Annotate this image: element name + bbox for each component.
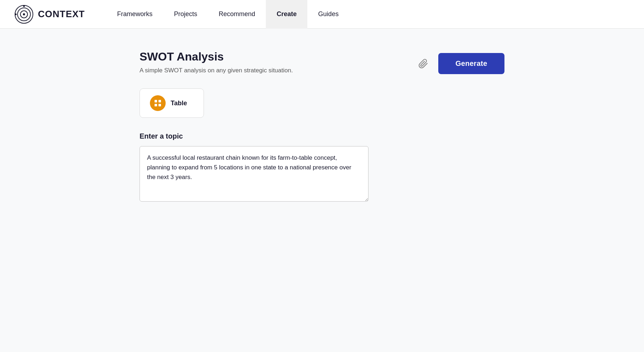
output-type-card-table[interactable]: Table — [140, 88, 204, 118]
svg-rect-8 — [155, 104, 157, 106]
nav-item-projects[interactable]: Projects — [163, 0, 208, 29]
nav-link-projects[interactable]: Projects — [163, 0, 208, 29]
topic-label: Enter a topic — [140, 132, 504, 140]
svg-rect-9 — [158, 104, 161, 106]
output-type-section: Table — [140, 88, 504, 118]
nav-item-create[interactable]: Create — [266, 0, 307, 29]
svg-point-3 — [23, 13, 25, 15]
app-name: CONTEXT — [38, 9, 85, 20]
page-title-section: SWOT Analysis A simple SWOT analysis on … — [140, 50, 415, 74]
nav-link-guides[interactable]: Guides — [307, 0, 349, 29]
topic-section: Enter a topic A successful local restaur… — [140, 132, 504, 203]
page-subtitle: A simple SWOT analysis on any given stra… — [140, 67, 415, 74]
svg-point-5 — [15, 13, 17, 15]
logo-link[interactable]: CONTEXT — [14, 5, 85, 24]
svg-rect-6 — [155, 100, 157, 102]
output-type-label: Table — [171, 100, 187, 107]
attach-button[interactable] — [415, 56, 431, 72]
main-content: SWOT Analysis A simple SWOT analysis on … — [125, 29, 519, 225]
nav-link-create[interactable]: Create — [266, 0, 307, 29]
page-title: SWOT Analysis — [140, 50, 415, 63]
nav-link-frameworks[interactable]: Frameworks — [106, 0, 163, 29]
nav-link-recommend[interactable]: Recommend — [208, 0, 266, 29]
nav-links: Frameworks Projects Recommend Create Gui… — [106, 0, 349, 29]
page-header: SWOT Analysis A simple SWOT analysis on … — [140, 50, 504, 74]
nav-item-frameworks[interactable]: Frameworks — [106, 0, 163, 29]
header-actions: Generate — [415, 53, 504, 74]
navigation: CONTEXT Frameworks Projects Recommend Cr… — [0, 0, 644, 29]
topic-textarea[interactable]: A successful local restaurant chain know… — [140, 146, 369, 202]
svg-point-4 — [23, 5, 25, 7]
svg-rect-7 — [158, 100, 161, 102]
paperclip-icon — [418, 59, 428, 69]
table-icon-circle — [150, 95, 166, 111]
table-icon — [153, 99, 162, 107]
nav-item-guides[interactable]: Guides — [307, 0, 349, 29]
generate-button[interactable]: Generate — [438, 53, 504, 74]
nav-item-recommend[interactable]: Recommend — [208, 0, 266, 29]
logo-icon — [14, 5, 34, 24]
